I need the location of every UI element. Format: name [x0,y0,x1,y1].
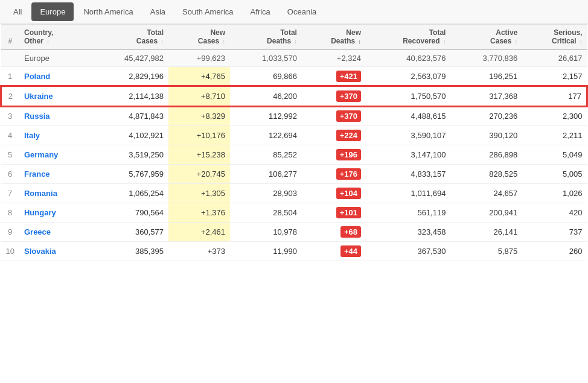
row-rank-5: 5 [1,145,19,165]
new-deaths-badge-9: +68 [340,226,361,238]
col-label-sub-total-deaths: Deaths [267,37,291,45]
country-link-4[interactable]: Italy [24,131,40,140]
country-link-9[interactable]: Greece [24,227,51,236]
row-serious-critical-6: 5,005 [522,165,587,184]
row-active-cases-9: 26,141 [450,223,522,242]
row-country-7[interactable]: Romania [19,184,90,203]
row-total-deaths-5: 85,252 [230,145,302,165]
row-rank-4: 4 [1,126,19,145]
row-new-cases-7: +1,305 [168,184,230,203]
row-country-2[interactable]: Ukraine [19,86,90,106]
col-label-sub-active-cases: Cases [490,37,511,45]
country-link-3[interactable]: Russia [24,112,50,121]
row-country-9[interactable]: Greece [19,223,90,242]
row-active-cases-6: 828,525 [450,165,522,184]
country-link-2[interactable]: Ukraine [24,92,53,101]
col-label-top-serious-critical: Serious, [554,28,582,37]
region-tabs-container: AllEuropeNorth AmericaAsiaSouth AmericaA… [0,0,588,24]
country-link-1[interactable]: Poland [24,72,50,81]
col-header-rank[interactable]: # [1,25,19,50]
row-total-cases-7: 1,065,254 [90,184,169,203]
table-body: Europe 45,427,982 +99,623 1,033,570 +2,3… [1,49,587,261]
row-total-recovered-3: 4,488,615 [366,106,450,126]
summary-country: Europe [19,49,90,67]
row-total-recovered-10: 367,530 [366,242,450,261]
region-tab-south-america[interactable]: South America [174,2,242,21]
table-row-10: 10 Slovakia 385,395 +373 11,990 +44 367,… [1,242,587,261]
row-country-3[interactable]: Russia [19,106,90,126]
col-header-new-deaths[interactable]: NewDeaths ↓ [302,25,366,50]
region-tabs: AllEuropeNorth AmericaAsiaSouth AmericaA… [0,0,588,24]
country-link-10[interactable]: Slovakia [24,247,56,256]
row-serious-critical-4: 2,211 [522,126,587,145]
table-row-3: 3 Russia 4,871,843 +8,329 112,992 +370 4… [1,106,587,126]
row-total-cases-1: 2,829,196 [90,67,169,87]
col-header-total-cases[interactable]: TotalCases ↕ [90,25,169,50]
row-rank-7: 7 [1,184,19,203]
col-label-top-total-deaths: Total [280,28,297,37]
table-row-4: 4 Italy 4,102,921 +10,176 122,694 +224 3… [1,126,587,145]
row-serious-critical-2: 177 [522,86,587,106]
row-total-cases-9: 360,577 [90,223,169,242]
row-total-deaths-3: 112,992 [230,106,302,126]
row-total-cases-2: 2,114,138 [90,86,169,106]
row-new-deaths-3: +370 [302,106,366,126]
col-header-serious-critical[interactable]: Serious,Critical ↕ [522,25,587,50]
row-new-deaths-7: +104 [302,184,366,203]
region-tab-oceania[interactable]: Oceania [279,2,325,21]
row-serious-critical-8: 420 [522,203,587,223]
region-tab-europe[interactable]: Europe [31,2,74,21]
table-row-8: 8 Hungary 790,564 +1,376 28,504 +101 561… [1,203,587,223]
row-active-cases-10: 5,875 [450,242,522,261]
new-deaths-badge-5: +196 [336,149,361,160]
col-header-new-cases[interactable]: NewCases ↕ [168,25,230,50]
row-total-recovered-2: 1,750,570 [366,86,450,106]
row-serious-critical-7: 1,026 [522,184,587,203]
summary-serious-critical: 26,617 [522,49,587,67]
row-serious-critical-5: 5,049 [522,145,587,165]
col-label-top-new-cases: New [210,28,225,37]
col-header-country[interactable]: Country,Other ↕ [19,25,90,50]
country-link-8[interactable]: Hungary [24,208,56,217]
row-country-10[interactable]: Slovakia [19,242,90,261]
table-row-6: 6 France 5,767,959 +20,745 106,277 +176 … [1,165,587,184]
table-row-1: 1 Poland 2,829,196 +4,765 69,866 +421 2,… [1,67,587,87]
row-country-5[interactable]: Germany [19,145,90,165]
row-new-cases-2: +8,710 [168,86,230,106]
country-link-7[interactable]: Romania [24,189,57,198]
region-tab-asia[interactable]: Asia [142,2,174,21]
row-total-cases-4: 4,102,921 [90,126,169,145]
row-new-deaths-10: +44 [302,242,366,261]
row-new-cases-5: +15,238 [168,145,230,165]
col-header-active-cases[interactable]: ActiveCases ↕ [450,25,522,50]
row-new-cases-4: +10,176 [168,126,230,145]
country-link-5[interactable]: Germany [24,150,58,159]
summary-total-cases: 45,427,982 [90,49,169,67]
table-row-2: 2 Ukraine 2,114,138 +8,710 46,200 +370 1… [1,86,587,106]
row-country-1[interactable]: Poland [19,67,90,87]
covid-table: #Country,Other ↕TotalCases ↕NewCases ↕To… [0,24,588,261]
region-tab-africa[interactable]: Africa [242,2,279,21]
row-new-cases-9: +2,461 [168,223,230,242]
row-total-recovered-7: 1,011,694 [366,184,450,203]
row-total-recovered-1: 2,563,079 [366,67,450,87]
row-serious-critical-10: 260 [522,242,587,261]
col-label-sub-total-cases: Cases [136,37,158,45]
row-serious-critical-3: 2,300 [522,106,587,126]
header-row: #Country,Other ↕TotalCases ↕NewCases ↕To… [1,25,587,50]
region-tab-all[interactable]: All [5,2,30,21]
row-country-4[interactable]: Italy [19,126,90,145]
region-tab-north-america[interactable]: North America [75,2,141,21]
row-country-8[interactable]: Hungary [19,203,90,223]
row-total-cases-3: 4,871,843 [90,106,169,126]
col-header-total-deaths[interactable]: TotalDeaths ↕ [230,25,302,50]
col-header-total-recovered[interactable]: TotalRecovered ↕ [366,25,450,50]
new-deaths-badge-8: +101 [336,207,361,218]
country-link-6[interactable]: France [24,169,50,179]
row-active-cases-7: 24,657 [450,184,522,203]
row-country-6[interactable]: France [19,165,90,184]
col-label-top-active-cases: Active [496,28,517,37]
new-deaths-badge-7: +104 [336,188,361,199]
row-total-deaths-7: 28,903 [230,184,302,203]
row-new-deaths-2: +370 [302,86,366,106]
